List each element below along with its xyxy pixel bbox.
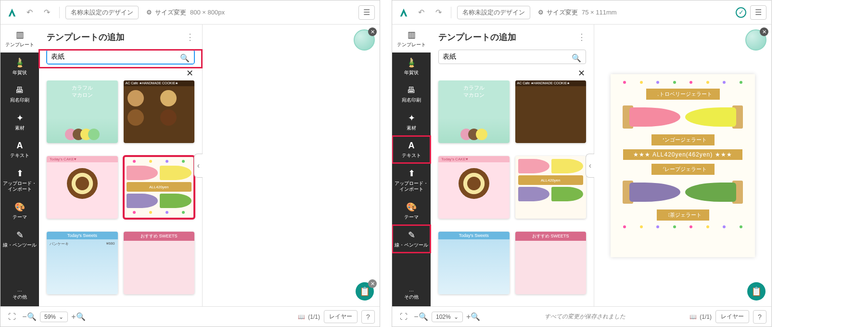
- undo-button[interactable]: ↶: [414, 6, 428, 19]
- gelato-grape[interactable]: [623, 180, 680, 205]
- panel-menu-button[interactable]: ⋮: [577, 32, 586, 42]
- sidebar-item-theme[interactable]: 🎨 テーマ: [392, 197, 431, 225]
- template-item-macaron[interactable]: カラフル マカロン: [438, 80, 510, 143]
- clipboard-fab[interactable]: 📋 ✕: [356, 282, 374, 301]
- fab-close-button[interactable]: ✕: [368, 279, 377, 288]
- chevron-down-icon: ⌄: [59, 314, 64, 320]
- collapse-panel-button[interactable]: ‹: [586, 154, 594, 178]
- design-name-input[interactable]: 名称未設定のデザイン: [65, 6, 139, 19]
- sidebar-item-text[interactable]: A テキスト: [392, 136, 431, 163]
- search-input[interactable]: [438, 50, 586, 64]
- statusbar: ⛶ −🔍 59%⌄ +🔍 📖 (1/1) レイヤー ?: [0, 306, 380, 327]
- undo-button[interactable]: ↶: [23, 6, 36, 19]
- clear-search-button[interactable]: ✕: [39, 68, 202, 80]
- sparkle-icon: ✦: [16, 113, 24, 123]
- search-input[interactable]: [47, 50, 194, 64]
- upload-icon: ⬆: [16, 168, 24, 179]
- template-item-sweets-pink[interactable]: おすすめ SWEETS: [515, 232, 587, 294]
- sidebar-item-elements[interactable]: ✦ 素材: [392, 108, 431, 136]
- resize-button[interactable]: ⚙ サイズ変更: [538, 8, 578, 17]
- sparkle-icon: ✦: [408, 113, 415, 123]
- logo-icon[interactable]: [397, 6, 410, 19]
- panel-menu-button[interactable]: ⋮: [186, 32, 194, 42]
- redo-button[interactable]: ↷: [432, 6, 445, 19]
- search-icon[interactable]: 🔍: [572, 53, 581, 63]
- sidebar-more[interactable]: ⋯ その他: [0, 283, 39, 306]
- fit-page-button[interactable]: ⛶: [397, 310, 410, 324]
- label-mango[interactable]: マンゴージェラート: [651, 134, 715, 145]
- redo-button[interactable]: ↷: [40, 6, 53, 19]
- canvas-area[interactable]: ストロベリージェラート マンゴージェラート ★★★ ALL420yen(462y…: [594, 25, 771, 306]
- app-left: ↶ ↷ 名称未設定のデザイン ⚙ サイズ変更 800 × 800px ☰ ▥ テ…: [0, 0, 380, 327]
- sidebar-item-pen[interactable]: ✎ 線・ペンツール: [0, 225, 39, 253]
- template-item-gelato[interactable]: ALL420yen: [124, 156, 195, 219]
- topbar: ↶ ↷ 名称未設定のデザイン ⚙ サイズ変更 75 × 111mm ✓ ☰: [392, 0, 771, 25]
- sidebar-item-template[interactable]: ▥ テンプレート: [0, 25, 39, 52]
- label-grape[interactable]: グレープジェラート: [651, 164, 715, 175]
- design-name-input[interactable]: 名称未設定のデザイン: [457, 6, 530, 19]
- price-band[interactable]: ★★★ ALL420yen(462yen) ★★★: [623, 149, 742, 160]
- clear-search-button[interactable]: ✕: [431, 68, 594, 80]
- template-item-sweets-blue[interactable]: Today's Sweets パンケーキ ¥680: [47, 232, 118, 294]
- clipboard-fab[interactable]: 📋: [747, 282, 766, 301]
- collapse-panel-button[interactable]: ‹: [194, 154, 203, 178]
- fit-page-button[interactable]: ⛶: [5, 310, 19, 324]
- canvas-design[interactable]: ストロベリージェラート マンゴージェラート ★★★ ALL420yen(462y…: [611, 74, 755, 257]
- label-strawberry[interactable]: ストロベリージェラート: [646, 89, 720, 100]
- sidebar-item-theme[interactable]: 🎨 テーマ: [0, 197, 39, 225]
- mascot-close-button[interactable]: ✕: [368, 27, 377, 36]
- sidebar-more[interactable]: ⋯ その他: [392, 283, 431, 306]
- help-button[interactable]: ?: [753, 310, 766, 324]
- zoom-in-button[interactable]: +🔍: [72, 310, 85, 324]
- template-item-sweets-blue[interactable]: Today's Sweets: [438, 232, 510, 294]
- palette-icon: 🎨: [14, 202, 25, 212]
- mascot-icon[interactable]: ✕: [354, 29, 375, 51]
- mascot-icon[interactable]: ✕: [745, 29, 766, 51]
- page-indicator[interactable]: 📖 (1/1): [689, 314, 712, 320]
- nenga-icon: 🎍: [406, 57, 417, 68]
- zoom-select[interactable]: 59%⌄: [40, 312, 68, 322]
- search-icon[interactable]: 🔍: [180, 53, 190, 63]
- resize-button[interactable]: ⚙ サイズ変更: [146, 8, 186, 17]
- zoom-out-button[interactable]: −🔍: [23, 310, 36, 324]
- template-grid[interactable]: カラフル マカロン AC Cafe ★HANDMADE COOKIE★: [39, 80, 202, 306]
- sidebar-item-nenga[interactable]: 🎍 年賀状: [0, 52, 39, 80]
- sidebar-item-print[interactable]: 🖶 宛名印刷: [392, 80, 431, 108]
- hamburger-button[interactable]: ☰: [358, 5, 375, 20]
- zoom-out-button[interactable]: −🔍: [414, 310, 428, 324]
- print-icon: 🖶: [15, 85, 24, 95]
- hamburger-button[interactable]: ☰: [750, 5, 766, 20]
- sidebar-item-upload[interactable]: ⬆ アップロード・ インポート: [392, 163, 431, 197]
- canvas-area[interactable]: ✕ 📋 ✕: [203, 25, 380, 306]
- search-wrap: 🔍: [39, 50, 202, 68]
- layer-button[interactable]: レイヤー: [715, 310, 749, 323]
- gelato-strawberry[interactable]: [623, 105, 680, 130]
- sidebar-item-print[interactable]: 🖶 宛名印刷: [0, 80, 39, 108]
- template-grid[interactable]: カラフル マカロン AC Cafe ★HANDMADE COOKIE★ Toda…: [431, 80, 594, 306]
- gelato-mango[interactable]: [685, 105, 743, 130]
- zoom-select[interactable]: 102%⌄: [432, 312, 463, 322]
- zoom-in-button[interactable]: +🔍: [467, 310, 480, 324]
- template-item-sweets-pink[interactable]: おすすめ SWEETS: [124, 232, 195, 294]
- template-item-rollcake[interactable]: Today's CAKE♥: [438, 156, 510, 219]
- gelato-matcha[interactable]: [685, 180, 743, 205]
- template-item-gelato[interactable]: ALL420yen: [515, 156, 587, 219]
- logo-icon[interactable]: [5, 6, 19, 19]
- sidebar-item-template[interactable]: ▥ テンプレート: [392, 25, 431, 52]
- template-item-cookie[interactable]: AC Cafe ★HANDMADE COOKIE★: [124, 80, 195, 143]
- sidebar-item-elements[interactable]: ✦ 素材: [0, 108, 39, 136]
- label-matcha[interactable]: 抹茶ジェラート: [657, 209, 709, 221]
- mascot-close-button[interactable]: ✕: [760, 27, 768, 36]
- sidebar-item-pen[interactable]: ✎ 線・ペンツール: [392, 225, 431, 253]
- template-item-cookie[interactable]: AC Cafe ★HANDMADE COOKIE★: [515, 80, 587, 143]
- sidebar-item-text[interactable]: A テキスト: [0, 136, 39, 163]
- sidebar-item-nenga[interactable]: 🎍 年賀状: [392, 52, 431, 80]
- text-icon: A: [408, 141, 415, 151]
- panel-title: テンプレートの追加: [438, 31, 516, 43]
- sidebar-item-upload[interactable]: ⬆ アップロード・ インポート: [0, 163, 39, 197]
- help-button[interactable]: ?: [361, 310, 375, 324]
- template-item-rollcake[interactable]: Today's CAKE♥: [47, 156, 118, 219]
- page-indicator[interactable]: 📖 (1/1): [298, 314, 320, 320]
- template-item-macaron[interactable]: カラフル マカロン: [47, 80, 118, 143]
- layer-button[interactable]: レイヤー: [324, 310, 357, 323]
